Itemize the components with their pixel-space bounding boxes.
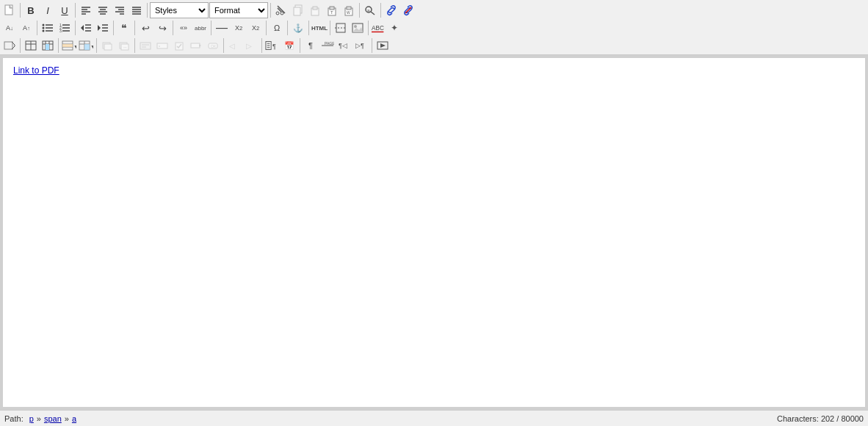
superscript-button[interactable]: X2 bbox=[247, 20, 264, 36]
separator-r2-10 bbox=[330, 21, 330, 35]
increase-font-button[interactable]: A↑ bbox=[18, 20, 35, 36]
checkbox-icon bbox=[173, 40, 185, 51]
outdent-icon bbox=[80, 23, 92, 33]
copy-button[interactable] bbox=[290, 2, 306, 18]
table-row-button[interactable]: ▼ bbox=[61, 37, 77, 54]
svg-rect-22 bbox=[294, 7, 300, 15]
svg-line-32 bbox=[371, 12, 375, 15]
bold-button[interactable]: B bbox=[23, 2, 39, 18]
editor-wrapper: Link to PDF bbox=[0, 55, 868, 410]
pagebreak-button[interactable] bbox=[333, 20, 349, 36]
svg-text:W: W bbox=[347, 10, 350, 15]
svg-point-20 bbox=[281, 12, 283, 15]
find-replace-button[interactable]: a bbox=[362, 2, 378, 18]
svg-marker-59 bbox=[352, 27, 363, 32]
subscript-button[interactable]: X2 bbox=[231, 20, 247, 36]
cut-icon bbox=[275, 4, 287, 16]
undo-button[interactable]: ↩ bbox=[137, 20, 153, 36]
unlink-icon bbox=[402, 4, 414, 16]
cleanup-icon: ✦ bbox=[390, 23, 402, 33]
svg-text:▷: ▷ bbox=[246, 42, 252, 50]
insert-table-button[interactable] bbox=[23, 37, 39, 54]
table-props-button[interactable] bbox=[40, 37, 56, 54]
svg-text:3.: 3. bbox=[59, 29, 62, 33]
insert-image-button[interactable] bbox=[350, 20, 366, 36]
outdent-button[interactable] bbox=[78, 20, 94, 36]
pagebreak-icon bbox=[335, 23, 347, 33]
svg-text:✦: ✦ bbox=[391, 23, 398, 33]
cleanup-button[interactable]: ✦ bbox=[388, 20, 404, 36]
separator-r3-2 bbox=[58, 38, 59, 53]
ordered-list-button[interactable]: 1. 2. 3. bbox=[57, 20, 73, 36]
separator-6 bbox=[380, 3, 381, 18]
paste-icon bbox=[309, 4, 321, 16]
unordered-list-button[interactable] bbox=[40, 20, 56, 36]
italic-button[interactable]: I bbox=[40, 2, 56, 18]
table-cell-button[interactable]: ▼ bbox=[78, 37, 94, 54]
html-button[interactable]: HTML bbox=[311, 20, 328, 36]
editor-link[interactable]: Link to PDF bbox=[13, 65, 59, 76]
blockquote-button[interactable]: ❝ bbox=[116, 20, 132, 36]
format-select[interactable]: Format bbox=[209, 2, 268, 18]
para-left2-button[interactable]: ¶◁ bbox=[336, 37, 352, 54]
abbr-button[interactable]: abbr bbox=[192, 20, 209, 36]
paragraph-mark-button[interactable]: ¶ bbox=[303, 37, 319, 54]
dir-rtl-button[interactable]: ▷ bbox=[243, 37, 259, 54]
layer-move-button[interactable]: ↔ bbox=[116, 37, 132, 54]
table-cell-icon: ▼ bbox=[79, 40, 93, 51]
link-button[interactable] bbox=[383, 2, 399, 18]
spellcheck-button[interactable]: ABC bbox=[371, 20, 387, 36]
form-icon bbox=[140, 40, 151, 51]
svg-rect-29 bbox=[347, 7, 351, 10]
media-button[interactable] bbox=[375, 37, 391, 54]
pagebreak2-button[interactable]: PAGE bbox=[319, 37, 336, 54]
styles-select[interactable]: Styles bbox=[150, 2, 209, 18]
breadcrumb: Path: p » span » a bbox=[4, 414, 76, 423]
align-left-button[interactable] bbox=[78, 2, 94, 18]
layer-new-button[interactable] bbox=[99, 37, 115, 54]
hr-button[interactable]: — bbox=[214, 20, 230, 36]
input-button[interactable] bbox=[154, 37, 170, 54]
paste-button[interactable] bbox=[307, 2, 323, 18]
separator-r2-2 bbox=[75, 21, 76, 35]
svg-point-37 bbox=[43, 27, 45, 29]
editor-content[interactable]: Link to PDF bbox=[3, 58, 865, 407]
decrease-font-button[interactable]: A↓ bbox=[1, 20, 18, 36]
table-row-icon: ▼ bbox=[62, 40, 76, 51]
path-label: Path: bbox=[4, 414, 23, 423]
svg-rect-0 bbox=[5, 5, 12, 15]
table-props-icon bbox=[42, 40, 54, 51]
dir-ltr-button[interactable]: ◁ bbox=[226, 37, 242, 54]
redo-button[interactable]: ↪ bbox=[154, 20, 170, 36]
show-blocks-button[interactable]: ¶ bbox=[264, 37, 281, 54]
svg-text:▼: ▼ bbox=[90, 44, 93, 49]
para-right2-button[interactable]: ▷¶ bbox=[353, 37, 369, 54]
edit-css-button[interactable] bbox=[1, 37, 18, 54]
svg-rect-24 bbox=[313, 7, 317, 10]
date-button[interactable]: 📅 bbox=[281, 37, 297, 54]
new-document-button[interactable] bbox=[1, 2, 18, 18]
form-button[interactable] bbox=[137, 37, 153, 54]
paste-text-button[interactable]: T bbox=[324, 2, 340, 18]
unlink-button[interactable] bbox=[400, 2, 416, 18]
align-center-button[interactable] bbox=[95, 2, 111, 18]
dir-rtl-icon: ▷ bbox=[245, 40, 257, 51]
path-span[interactable]: span bbox=[44, 414, 62, 423]
layer-move-icon: ↔ bbox=[118, 40, 130, 51]
paste-word-button[interactable]: W bbox=[341, 2, 357, 18]
anchor-button[interactable]: ⚓ bbox=[290, 20, 306, 36]
svg-rect-90 bbox=[140, 43, 151, 49]
cut-button[interactable] bbox=[273, 2, 289, 18]
insert-special-button[interactable]: «» bbox=[176, 20, 192, 36]
path-p[interactable]: p bbox=[29, 414, 34, 423]
align-right-button[interactable] bbox=[112, 2, 128, 18]
underline-button[interactable]: U bbox=[57, 2, 73, 18]
align-justify-button[interactable] bbox=[129, 2, 145, 18]
indent-button[interactable] bbox=[95, 20, 111, 36]
select-button[interactable] bbox=[188, 37, 204, 54]
insert-char-button[interactable]: Ω bbox=[269, 20, 285, 36]
checkbox-button[interactable] bbox=[171, 37, 187, 54]
separator-1 bbox=[20, 3, 21, 18]
path-a[interactable]: a bbox=[72, 414, 76, 423]
button-button[interactable]: OK bbox=[205, 37, 221, 54]
